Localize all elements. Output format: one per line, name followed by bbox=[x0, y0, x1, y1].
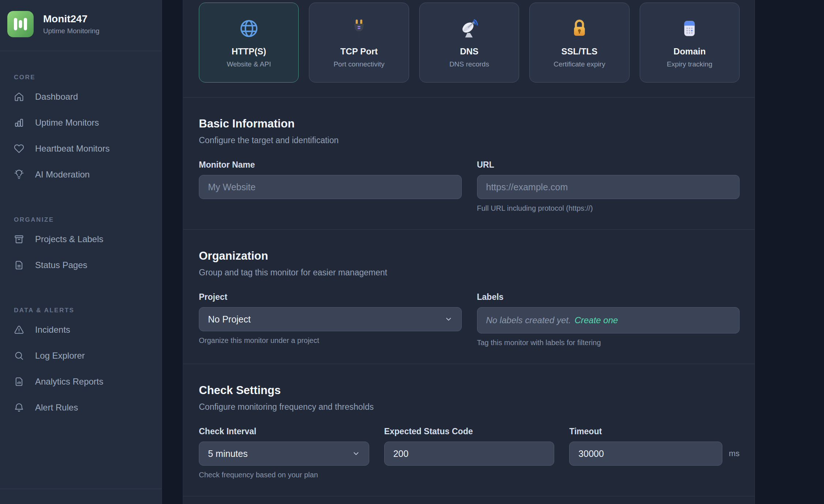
check-interval-field-group: Check Interval 5 minutes Check frequency… bbox=[199, 427, 369, 479]
pause-bars-logo-icon bbox=[7, 11, 34, 37]
project-select-value: No Project bbox=[208, 314, 251, 325]
calendar-icon bbox=[678, 17, 701, 40]
nav-section-core: CORE Dashboard Uptime Monitors bbox=[0, 74, 162, 185]
globe-icon bbox=[238, 17, 260, 40]
archive-icon bbox=[14, 234, 24, 244]
monitor-type-card-https[interactable]: HTTP(S) Website & API bbox=[199, 3, 299, 83]
status-code-input[interactable] bbox=[384, 442, 555, 466]
search-icon bbox=[14, 351, 24, 361]
labels-empty-box[interactable]: No labels created yet. Create one bbox=[477, 307, 740, 333]
monitor-name-label: Monitor Name bbox=[199, 160, 462, 170]
create-label-link[interactable]: Create one bbox=[575, 315, 618, 325]
lock-icon bbox=[568, 17, 591, 40]
sidebar-item-label: Alert Rules bbox=[35, 402, 78, 413]
url-label: URL bbox=[477, 160, 740, 170]
sidebar-item-alert-rules[interactable]: Alert Rules bbox=[0, 397, 162, 418]
sidebar-item-analytics-reports[interactable]: Analytics Reports bbox=[0, 371, 162, 392]
nav-section-label: CORE bbox=[14, 74, 162, 81]
nav-section-label: ORGANIZE bbox=[14, 216, 162, 224]
heart-icon bbox=[14, 144, 24, 154]
sidebar-item-label: Heartbeat Monitors bbox=[35, 144, 110, 154]
brand: Monit247 Uptime Monitoring bbox=[0, 0, 162, 37]
project-hint: Organize this monitor under a project bbox=[199, 336, 462, 345]
labels-field-group: Labels No labels created yet. Create one… bbox=[477, 292, 740, 347]
chevron-down-icon bbox=[352, 450, 360, 458]
nav-section-label: DATA & ALERTS bbox=[14, 307, 162, 314]
monitor-type-card-tcp[interactable]: TCP Port Port connectivity bbox=[309, 3, 409, 83]
labels-label: Labels bbox=[477, 292, 740, 302]
sidebar-item-incidents[interactable]: Incidents bbox=[0, 320, 162, 340]
plug-icon bbox=[348, 17, 370, 40]
file-text-icon bbox=[14, 260, 24, 270]
nav-section-organize: ORGANIZE Projects & Labels bbox=[0, 216, 162, 275]
monitor-type-title: TCP Port bbox=[340, 46, 378, 57]
sidebar-item-label: Status Pages bbox=[35, 260, 87, 270]
sidebar-item-label: AI Moderation bbox=[35, 169, 90, 180]
monitor-type-title: Domain bbox=[673, 46, 706, 57]
check-interval-select[interactable]: 5 minutes bbox=[199, 442, 369, 466]
status-code-field-group: Expected Status Code bbox=[384, 427, 555, 479]
sidebar-item-label: Dashboard bbox=[35, 92, 78, 102]
home-icon bbox=[14, 92, 24, 102]
monitor-type-card-domain[interactable]: Domain Expiry tracking bbox=[640, 3, 740, 83]
bar-chart-icon bbox=[14, 118, 24, 128]
monitor-type-title: DNS bbox=[460, 46, 479, 57]
labels-hint: Tag this monitor with labels for filteri… bbox=[477, 339, 740, 347]
section-title: Check Settings bbox=[199, 384, 740, 397]
check-interval-hint: Check frequency based on your plan bbox=[199, 471, 369, 479]
nav-section-data-alerts: DATA & ALERTS Incidents Log Explorer bbox=[0, 307, 162, 418]
chevron-down-icon bbox=[445, 315, 453, 323]
monitor-type-subtitle: Certificate expiry bbox=[553, 60, 605, 68]
project-select[interactable]: No Project bbox=[199, 307, 462, 331]
monitor-type-subtitle: Port connectivity bbox=[333, 60, 384, 68]
monitor-form-panel: HTTP(S) Website & API TCP Port Port conn… bbox=[183, 0, 755, 504]
timeout-input[interactable] bbox=[569, 442, 722, 466]
sidebar-item-label: Log Explorer bbox=[35, 351, 85, 361]
brand-tagline: Uptime Monitoring bbox=[43, 27, 99, 35]
sidebar-nav: CORE Dashboard Uptime Monitors bbox=[0, 74, 162, 418]
timeout-field-group: Timeout ms bbox=[569, 427, 740, 479]
sidebar: Monit247 Uptime Monitoring CORE Dashboar… bbox=[0, 0, 162, 504]
timeout-label: Timeout bbox=[569, 427, 740, 436]
section-subtitle: Group and tag this monitor for easier ma… bbox=[199, 268, 740, 278]
sidebar-item-label: Projects & Labels bbox=[35, 234, 103, 244]
section-check-settings: Check Settings Configure monitoring freq… bbox=[183, 364, 755, 496]
monitor-type-subtitle: Expiry tracking bbox=[667, 60, 713, 68]
monitor-type-card-dns[interactable]: DNS DNS records bbox=[419, 3, 519, 83]
status-code-label: Expected Status Code bbox=[384, 427, 555, 436]
sidebar-item-label: Analytics Reports bbox=[35, 377, 103, 387]
lightbulb-icon bbox=[14, 169, 24, 180]
monitor-type-title: SSL/TLS bbox=[562, 46, 598, 57]
monitor-name-field-group: Monitor Name bbox=[199, 160, 462, 213]
sidebar-item-projects-labels[interactable]: Projects & Labels bbox=[0, 229, 162, 249]
monitor-type-subtitle: Website & API bbox=[227, 60, 271, 68]
satellite-icon bbox=[458, 17, 481, 40]
main-area: HTTP(S) Website & API TCP Port Port conn… bbox=[162, 0, 824, 504]
section-title: Organization bbox=[199, 249, 740, 263]
sidebar-item-dashboard[interactable]: Dashboard bbox=[0, 87, 162, 107]
check-interval-label: Check Interval bbox=[199, 427, 369, 436]
project-label: Project bbox=[199, 292, 462, 302]
url-field-group: URL Full URL including protocol (https:/… bbox=[477, 160, 740, 213]
sidebar-item-status-pages[interactable]: Status Pages bbox=[0, 255, 162, 275]
sidebar-item-uptime-monitors[interactable]: Uptime Monitors bbox=[0, 112, 162, 133]
check-interval-value: 5 minutes bbox=[208, 448, 247, 459]
sidebar-footer-divider bbox=[0, 489, 162, 489]
url-input[interactable] bbox=[477, 175, 740, 199]
monitor-type-title: HTTP(S) bbox=[231, 46, 266, 57]
monitor-name-input[interactable] bbox=[199, 175, 462, 199]
bell-icon bbox=[14, 402, 24, 413]
monitor-type-card-ssl[interactable]: SSL/TLS Certificate expiry bbox=[529, 3, 629, 83]
section-subtitle: Configure the target and identification bbox=[199, 135, 740, 145]
monitor-type-subtitle: DNS records bbox=[449, 60, 489, 68]
sidebar-item-heartbeat-monitors[interactable]: Heartbeat Monitors bbox=[0, 138, 162, 159]
project-field-group: Project No Project Organize this monitor… bbox=[199, 292, 462, 347]
sidebar-item-ai-moderation[interactable]: AI Moderation bbox=[0, 164, 162, 185]
labels-empty-text: No labels created yet. bbox=[486, 315, 571, 325]
section-subtitle: Configure monitoring frequency and thres… bbox=[199, 402, 740, 412]
sidebar-item-log-explorer[interactable]: Log Explorer bbox=[0, 345, 162, 366]
section-organization: Organization Group and tag this monitor … bbox=[183, 230, 755, 364]
section-basic-information: Basic Information Configure the target a… bbox=[183, 98, 755, 230]
sidebar-item-label: Uptime Monitors bbox=[35, 118, 99, 128]
url-hint: Full URL including protocol (https://) bbox=[477, 204, 740, 213]
